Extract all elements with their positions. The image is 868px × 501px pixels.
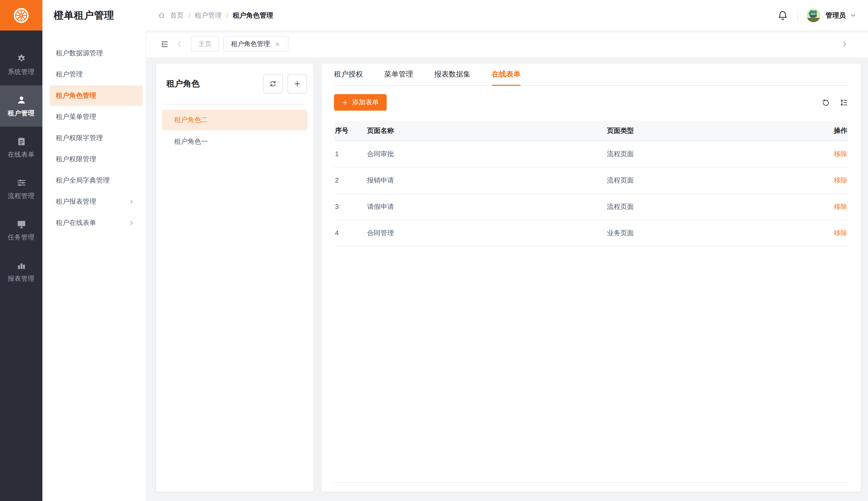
rail-item-5[interactable]: 报表管理	[0, 251, 42, 292]
table-bottom-border	[334, 482, 848, 483]
column-header-page-name: 页面名称	[362, 121, 602, 141]
menu-item-label: 租户数据源管理	[56, 49, 135, 58]
breadcrumb-current: 租户角色管理	[233, 11, 273, 20]
menu-item-label: 租户角色管理	[56, 91, 135, 100]
menu-item-label: 租户菜单管理	[56, 112, 135, 121]
menu-item-3[interactable]: 租户菜单管理	[50, 107, 143, 127]
role-panel-header: 租户角色	[156, 64, 313, 104]
refresh-roles-button[interactable]	[263, 74, 283, 94]
side-rail: 系统管理租户管理在线表单流程管理任务管理报表管理	[0, 31, 42, 501]
add-role-button[interactable]	[287, 74, 307, 94]
role-panel-actions	[263, 74, 307, 94]
remove-link[interactable]: 移除	[834, 202, 847, 210]
add-form-button[interactable]: 添加表单	[334, 94, 387, 111]
table-empty-space	[334, 246, 848, 482]
page-tab-0[interactable]: 主页	[191, 36, 219, 52]
menu-item-label: 租户在线表单	[56, 218, 128, 227]
page-name-cell: 合同管理	[362, 220, 602, 246]
chevron-right-icon[interactable]	[840, 40, 848, 48]
table-body: 1合同审批流程页面移除2报销申请流程页面移除3请假申请流程页面移除4合同管理业务…	[334, 141, 848, 246]
menu-item-0[interactable]: 租户数据源管理	[50, 43, 143, 64]
menu-item-8[interactable]: 租户在线表单	[50, 213, 143, 233]
orange-wheel-logo-icon	[12, 7, 30, 24]
rail-item-3[interactable]: 流程管理	[0, 168, 42, 210]
page-name-cell: 请假申请	[362, 193, 602, 220]
user-name[interactable]: 管理员	[826, 11, 846, 20]
detail-tab-0[interactable]: 租户授权	[334, 64, 363, 85]
rail-item-label: 报表管理	[8, 274, 35, 283]
content-area: 主页租户角色管理 租户角色	[146, 31, 868, 501]
breadcrumb-home[interactable]: 首页	[170, 11, 183, 20]
breadcrumb-separator: /	[226, 11, 228, 19]
rail-item-0[interactable]: 系统管理	[0, 44, 42, 85]
rail-item-2[interactable]: 在线表单	[0, 127, 42, 168]
detail-toolbar: 添加表单	[334, 94, 848, 111]
role-detail-panel: 租户授权菜单管理报表数据集在线表单 添加表单	[322, 64, 861, 492]
app-logo	[0, 0, 42, 31]
row-index: 1	[334, 141, 362, 167]
form-icon	[16, 136, 26, 147]
menu-item-7[interactable]: 租户报表管理	[50, 191, 143, 212]
side-submenu: 租户数据源管理租户管理租户角色管理租户菜单管理租户权限字管理租户权限管理租户全局…	[42, 31, 146, 501]
menu-item-4[interactable]: 租户权限字管理	[50, 128, 143, 148]
menu-item-label: 租户权限管理	[56, 154, 135, 164]
menu-item-label: 租户全局字典管理	[56, 176, 135, 185]
page-type-cell: 业务页面	[602, 220, 816, 246]
chevron-right-icon	[128, 199, 135, 205]
line-height-icon[interactable]	[839, 98, 848, 107]
workspace: 租户角色 租户角色二租户角色一	[146, 57, 868, 501]
rail-item-4[interactable]: 任务管理	[0, 210, 42, 251]
actions-cell: 移除	[816, 220, 848, 246]
menu-item-label: 租户报表管理	[56, 197, 128, 206]
bell-icon[interactable]	[777, 10, 789, 21]
breadcrumb-tenant-management[interactable]: 租户管理	[195, 11, 222, 20]
detail-tabs: 租户授权菜单管理报表数据集在线表单	[334, 64, 848, 86]
remove-link[interactable]: 移除	[834, 150, 847, 158]
chevron-right-icon	[128, 220, 135, 226]
row-index: 4	[334, 220, 362, 246]
remove-link[interactable]: 移除	[834, 176, 847, 184]
page-type-cell: 流程页面	[602, 193, 816, 220]
avatar[interactable]	[806, 8, 821, 22]
role-list-item-0[interactable]: 租户角色二	[162, 110, 308, 130]
close-icon[interactable]	[274, 41, 281, 47]
rail-item-label: 任务管理	[8, 233, 35, 242]
plus-icon	[342, 99, 349, 106]
column-header-actions: 操作	[816, 121, 848, 141]
gear-icon	[16, 53, 26, 64]
monitor-icon	[16, 218, 26, 229]
page-name-cell: 报销申请	[362, 167, 602, 193]
role-panel-title: 租户角色	[167, 78, 200, 89]
chevron-left-icon[interactable]	[176, 40, 183, 48]
breadcrumb-separator: /	[188, 11, 190, 19]
table-row-0: 1合同审批流程页面移除	[334, 141, 848, 167]
user-icon	[16, 94, 26, 105]
home-icon	[158, 11, 165, 19]
menu-item-2[interactable]: 租户角色管理	[50, 85, 143, 106]
menu-item-1[interactable]: 租户管理	[50, 64, 143, 85]
page-tab-strip: 主页租户角色管理	[146, 31, 868, 57]
menu-item-5[interactable]: 租户权限管理	[50, 149, 143, 170]
chevron-down-icon[interactable]	[849, 12, 857, 19]
actions-cell: 移除	[816, 193, 848, 220]
page-tabs: 主页租户角色管理	[191, 36, 288, 52]
role-list-item-1[interactable]: 租户角色一	[162, 131, 308, 152]
detail-tab-1[interactable]: 菜单管理	[384, 64, 413, 85]
refresh-left-icon[interactable]	[822, 98, 830, 107]
topbar-divider	[797, 10, 798, 21]
rail-item-label: 系统管理	[8, 67, 35, 76]
menu-item-6[interactable]: 租户全局字典管理	[50, 170, 143, 191]
page-tab-1[interactable]: 租户角色管理	[223, 36, 288, 52]
detail-tab-2[interactable]: 报表数据集	[434, 64, 470, 85]
page-name-cell: 合同审批	[362, 141, 602, 167]
main-frame: 系统管理租户管理在线表单流程管理任务管理报表管理 租户数据源管理租户管理租户角色…	[0, 31, 868, 501]
column-header-page-type: 页面类型	[602, 121, 816, 141]
rail-item-1[interactable]: 租户管理	[0, 85, 42, 127]
menu-item-label: 租户权限字管理	[56, 134, 135, 143]
collapse-menu-icon[interactable]	[160, 40, 169, 48]
table-tools	[822, 98, 848, 107]
refresh-icon	[269, 79, 277, 88]
plus-icon	[293, 79, 301, 88]
remove-link[interactable]: 移除	[834, 229, 847, 236]
detail-tab-3[interactable]: 在线表单	[492, 64, 521, 85]
